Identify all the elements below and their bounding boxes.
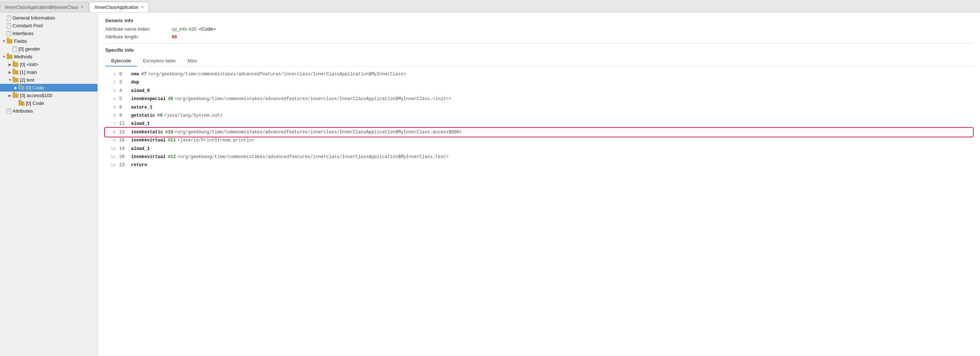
sidebar: General Information Constant Pool Interf… [0, 13, 98, 356]
bytecode-offset: 20 [119, 153, 129, 161]
bytecode-offset: 13 [119, 129, 129, 136]
bytecode-row: 69getstatic#9<java/lang/System.out> [105, 111, 973, 120]
tab-inner-class-app-close[interactable]: ✕ [141, 5, 144, 9]
tab-bytecode[interactable]: Bytecode [105, 56, 137, 67]
bytecode-comment: <org/geekbang/time/commonmistakes/advanc… [177, 153, 449, 161]
bytecode-row: 45invokespecial#8<org/geekbang/time/comm… [105, 95, 973, 103]
bytecode-offset: 4 [119, 87, 129, 95]
arrow-test-code: ▶ [13, 86, 19, 90]
bytecode-ref-link[interactable]: #11 [168, 137, 176, 144]
bytecode-offset: 3 [119, 79, 129, 86]
bytecode-row: 813invokestatic#10<org/geekbang/time/com… [105, 128, 973, 136]
line-number: 7 [105, 121, 116, 127]
line-number: 10 [105, 146, 116, 153]
sidebar-label-constant-pool: Constant Pool [13, 23, 43, 29]
sidebar-label-access-code: [0] Code [26, 100, 44, 106]
arrow-methods: ▼ [2, 55, 6, 59]
line-number: 11 [105, 154, 116, 161]
sidebar-label-init: [0] <init> [20, 62, 38, 67]
sidebar-label-gender: [0] gender [19, 46, 40, 52]
bytecode-ref-link[interactable]: #10 [165, 129, 173, 136]
bytecode-row: 712aload_1 [105, 120, 973, 128]
sidebar-item-methods[interactable]: ▼ Methods [0, 53, 97, 60]
sidebar-item-test-code[interactable]: ▶ [0] Code [0, 84, 97, 92]
tab-inner-class[interactable]: /InnerClassApplication$MyInnerClass ✕ [0, 2, 89, 12]
folder-icon-access-code [19, 101, 24, 106]
bytecode-instruction: getstatic [131, 112, 155, 119]
specific-info-title: Specific info [105, 47, 973, 53]
tab-bar: /InnerClassApplication$MyInnerClass ✕ /I… [0, 0, 980, 13]
line-number: 3 [105, 87, 116, 95]
sidebar-item-interfaces[interactable]: Interfaces [0, 30, 97, 37]
bytecode-instruction: aload_0 [131, 87, 150, 95]
sidebar-item-test[interactable]: ▼ [2] test [0, 76, 97, 84]
sidebar-item-access[interactable]: ▶ [3] access$100 [0, 92, 97, 99]
page-icon-general-info [6, 16, 11, 21]
sidebar-label-attributes: Attributes [13, 108, 33, 114]
folder-icon-test-code [19, 86, 24, 90]
line-number: 8 [105, 129, 116, 136]
line-number: 2 [105, 79, 116, 86]
line-number: 6 [105, 112, 116, 119]
bytecode-instruction: astore_1 [131, 104, 153, 111]
bytecode-offset: 23 [119, 161, 129, 169]
bytecode-instruction: invokevirtual [131, 137, 166, 144]
sidebar-label-methods: Methods [14, 54, 32, 59]
bytecode-instruction: new [131, 70, 139, 78]
bytecode-comment: <org/geekbang/time/commonmistakes/advanc… [148, 70, 406, 78]
sidebar-label-access: [3] access$100 [20, 93, 52, 98]
folder-icon-init [13, 62, 19, 67]
bytecode-row: 1120invokevirtual#12<org/geekbang/time/c… [105, 153, 973, 161]
sidebar-item-main[interactable]: ▶ [1] main [0, 68, 97, 76]
sidebar-item-fields-gender[interactable]: [0] gender [0, 45, 97, 53]
bytecode-row: 10new#7<org/geekbang/time/commonmistakes… [105, 70, 973, 78]
attr-length-value: 88 [172, 34, 177, 40]
bytecode-ref-link[interactable]: #7 [142, 70, 146, 78]
bytecode-offset: 8 [119, 104, 129, 111]
sidebar-label-test-code: [0] Code [26, 85, 44, 91]
bytecode-ref-link[interactable]: #9 [157, 112, 162, 119]
tab-inner-class-app-label: /InnerClassApplication [94, 5, 138, 10]
sidebar-label-fields: Fields [14, 38, 27, 44]
attr-name-row: Attribute name index: cp_info #20 <Code> [105, 26, 973, 32]
main-layout: General Information Constant Pool Interf… [0, 13, 980, 356]
sidebar-item-attributes[interactable]: Attributes [0, 107, 97, 115]
line-number: 5 [105, 104, 116, 111]
bytecode-offset: 19 [119, 145, 129, 153]
bytecode-offset: 0 [119, 70, 129, 78]
attr-name-link[interactable]: cp_info #20 [172, 26, 196, 32]
sub-tabs: Bytecode Exception table Misc [105, 56, 973, 67]
sidebar-label-general-info: General Information [13, 15, 55, 21]
bytecode-row: 916invokevirtual#11<java/io/PrintStream.… [105, 136, 973, 145]
bytecode-offset: 16 [119, 137, 129, 144]
tab-misc[interactable]: Misc [182, 56, 204, 67]
bytecode-ref-link[interactable]: #12 [168, 153, 176, 161]
sidebar-item-access-code[interactable]: [0] Code [0, 99, 97, 107]
sidebar-item-general-info[interactable]: General Information [0, 14, 97, 22]
bytecode-instruction: dup [131, 79, 139, 86]
sidebar-item-fields[interactable]: ▼ Fields [0, 37, 97, 45]
sidebar-label-interfaces: Interfaces [13, 31, 33, 36]
folder-icon-access [13, 94, 19, 98]
line-number: 12 [105, 162, 116, 169]
tab-inner-class-close[interactable]: ✕ [81, 5, 84, 9]
bytecode-row: 23dup [105, 78, 973, 86]
tab-exception-table[interactable]: Exception table [137, 56, 182, 67]
content-area: Generic info Attribute name index: cp_in… [98, 13, 980, 356]
divider-1 [105, 43, 973, 44]
bytecode-table: 10new#7<org/geekbang/time/commonmistakes… [105, 70, 973, 170]
attr-length-label: Attribute length: [105, 34, 172, 40]
sidebar-item-init[interactable]: ▶ [0] <init> [0, 60, 97, 68]
line-number: 4 [105, 95, 116, 103]
bytecode-instruction: aload_1 [131, 120, 150, 127]
arrow-access: ▶ [7, 94, 13, 97]
page-icon-constant-pool [6, 23, 11, 29]
sidebar-item-constant-pool[interactable]: Constant Pool [0, 22, 97, 30]
bytecode-ref-link[interactable]: #8 [168, 95, 173, 103]
tab-inner-class-app[interactable]: /InnerClassApplication ✕ [89, 2, 148, 12]
arrow-init: ▶ [7, 62, 13, 67]
bytecode-row: 1223return [105, 161, 973, 169]
folder-icon-main [13, 70, 19, 75]
line-number: 9 [105, 137, 116, 144]
attr-name-label: Attribute name index: [105, 26, 172, 32]
